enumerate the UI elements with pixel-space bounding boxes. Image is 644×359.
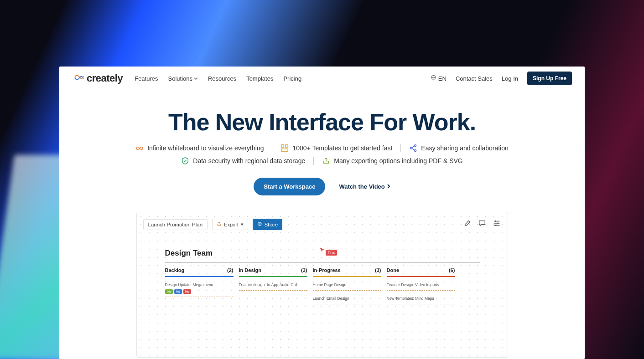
feat-templates: 1000+ Templates to get started fast <box>272 144 392 152</box>
nav-right: EN Contact Sales Log In Sign Up Free <box>431 72 572 85</box>
column-name: Done <box>387 267 400 273</box>
export-icon <box>217 221 222 227</box>
column-name: In Design <box>239 267 262 273</box>
svg-rect-2 <box>286 145 288 147</box>
chevron-down-icon <box>194 75 198 82</box>
svg-rect-1 <box>281 145 284 147</box>
share-icon <box>409 144 417 152</box>
edit-icon[interactable] <box>463 219 472 228</box>
settings-icon[interactable] <box>492 219 501 228</box>
svg-point-10 <box>495 225 496 226</box>
mock-toolbar: Launch Promotion Plan Export ▾ Share <box>143 219 501 230</box>
kanban-card[interactable]: Home Page Design <box>313 281 381 291</box>
hero-features-row2: Data security with regional data storage… <box>59 157 585 165</box>
nav-pricing[interactable]: Pricing <box>283 75 301 82</box>
kanban-column: Backlog(2)Design Update: Mega menutagtag… <box>165 267 234 308</box>
brand-name: creately <box>87 72 123 84</box>
nav-features[interactable]: Features <box>135 75 158 82</box>
column-underline <box>165 276 234 277</box>
nav-login[interactable]: Log In <box>502 75 518 82</box>
hero-features-row1: Infinite whiteboard to visualize everyth… <box>59 144 585 152</box>
svg-point-6 <box>415 149 416 151</box>
card-tag: tag <box>165 289 173 294</box>
globe-icon <box>431 75 436 82</box>
feat-label: Infinite whiteboard to visualize everyth… <box>147 144 264 152</box>
hero-title: The New Interface For Work. <box>59 108 585 136</box>
watch-video-label: Watch the Video <box>339 183 384 190</box>
nav-solutions[interactable]: Solutions <box>168 75 198 82</box>
column-header: In-Progress(3) <box>313 267 381 275</box>
cta-row: Start a Workspace Watch the Video <box>59 178 585 195</box>
column-count: (3) <box>301 267 307 273</box>
nav-templates[interactable]: Templates <box>246 75 273 82</box>
feat-label: 1000+ Templates to get started fast <box>292 144 392 152</box>
board-title: Design Team <box>165 249 480 258</box>
hero: The New Interface For Work. Infinite whi… <box>59 90 585 195</box>
chevron-right-icon <box>387 183 390 190</box>
start-workspace-button[interactable]: Start a Workspace <box>254 178 325 195</box>
column-name: Backlog <box>165 267 185 273</box>
feat-export: Many exporting options including PDF & S… <box>313 157 462 165</box>
nav-contact-sales[interactable]: Contact Sales <box>456 75 493 82</box>
svg-rect-3 <box>281 149 288 151</box>
column-count: (3) <box>375 267 381 273</box>
feat-security: Data security with regional data storage <box>181 157 305 165</box>
kanban-card[interactable]: Launch Email Design <box>313 294 381 304</box>
feat-label: Data security with regional data storage <box>193 157 305 164</box>
templates-icon <box>280 144 289 152</box>
brand-logo[interactable]: creately <box>72 72 123 84</box>
mock-share-label: Share <box>265 222 278 227</box>
comment-icon[interactable] <box>478 219 487 228</box>
nav-solutions-label: Solutions <box>168 75 192 82</box>
nav-resources[interactable]: Resources <box>208 75 236 82</box>
kanban-card[interactable]: Design Update: Mega menutagtagtag <box>165 281 234 297</box>
shield-icon <box>181 157 189 165</box>
column-underline <box>313 276 381 277</box>
mock-share-button[interactable]: Share <box>253 219 282 230</box>
column-count: (2) <box>227 267 233 273</box>
kanban-column: Done(6)Feature Design: Video ImportsNew … <box>387 267 455 308</box>
language-selector[interactable]: EN <box>431 75 447 82</box>
top-nav: creately Features Solutions Resources Te… <box>59 67 585 90</box>
signup-button[interactable]: Sign Up Free <box>527 72 572 85</box>
kanban-column: In Design(3)Feature design: In-App-Audio… <box>239 267 307 308</box>
column-name: In-Progress <box>313 267 341 273</box>
watch-video-link[interactable]: Watch the Video <box>339 183 390 190</box>
product-mockup: Launch Promotion Plan Export ▾ Share Tin… <box>136 212 508 358</box>
kanban-card[interactable]: Feature Design: Video Imports <box>387 281 455 291</box>
mock-export-button[interactable]: Export ▾ <box>212 219 248 230</box>
column-header: Done(6) <box>387 267 455 275</box>
infinity-icon <box>72 72 84 84</box>
caret-down-icon: ▾ <box>241 221 244 227</box>
feat-whiteboard: Infinite whiteboard to visualize everyth… <box>135 144 264 152</box>
svg-point-5 <box>415 145 416 147</box>
globe-icon <box>257 221 262 227</box>
svg-point-9 <box>497 223 499 224</box>
column-header: Backlog(2) <box>165 267 234 275</box>
infinity-icon <box>135 144 144 152</box>
svg-point-4 <box>410 147 412 149</box>
card-tag: tag <box>174 289 182 294</box>
card-tags: tagtagtag <box>165 289 234 294</box>
export-icon <box>322 157 330 165</box>
kanban-board: Design Team Backlog(2)Design Update: Meg… <box>165 249 480 308</box>
kanban-card[interactable]: New Templates: Mind Maps <box>387 294 455 304</box>
nav-links: Features Solutions Resources Templates P… <box>135 75 301 82</box>
mock-export-label: Export <box>224 222 239 227</box>
column-header: In Design(3) <box>239 267 307 275</box>
feat-label: Easy sharing and collaboration <box>421 144 508 152</box>
site-window: creately Features Solutions Resources Te… <box>59 67 585 359</box>
feat-label: Many exporting options including PDF & S… <box>334 157 462 164</box>
column-underline <box>387 276 455 277</box>
card-tag: tag <box>183 289 191 294</box>
column-underline <box>239 276 307 277</box>
mock-toolbar-right <box>463 219 501 228</box>
kanban-card[interactable]: Feature design: In-App-Audio-Call <box>239 281 307 291</box>
kanban-column: In-Progress(3)Home Page DesignLaunch Ema… <box>313 267 381 308</box>
column-count: (6) <box>449 267 455 273</box>
feat-sharing: Easy sharing and collaboration <box>400 144 508 152</box>
mock-doc-title[interactable]: Launch Promotion Plan <box>143 219 208 230</box>
kanban-columns: Backlog(2)Design Update: Mega menutagtag… <box>165 262 480 308</box>
language-code: EN <box>438 75 447 82</box>
svg-point-8 <box>494 221 496 222</box>
